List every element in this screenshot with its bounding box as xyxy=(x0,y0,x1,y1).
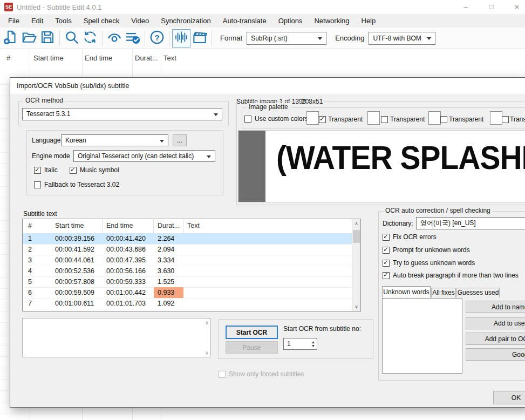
engine-mode-select[interactable]: Original Tesseract only (can detect ital… xyxy=(73,150,215,162)
subtitle-row-1[interactable]: 1 00:00:39.156 00:00:41.420 2.264 xyxy=(23,233,353,245)
main-col-end[interactable]: End time xyxy=(85,54,112,62)
menu-synchronization[interactable]: Synchronization xyxy=(155,14,217,28)
menu-networking[interactable]: Networking xyxy=(308,14,355,28)
palette-color-1-swatch[interactable] xyxy=(306,111,319,125)
close-button[interactable]: × xyxy=(505,0,525,14)
menu-edit[interactable]: Edit xyxy=(25,14,49,28)
fallback-checkbox[interactable] xyxy=(34,181,41,188)
menu-help[interactable]: Help xyxy=(356,14,382,28)
main-col-start[interactable]: Start time xyxy=(33,54,64,62)
help-button[interactable]: ? xyxy=(148,29,166,48)
new-file-icon xyxy=(3,29,19,47)
main-col-text[interactable]: Text xyxy=(163,54,176,62)
subtitle-row-3[interactable]: 3 00:00:44.061 00:00:47.395 3.334 xyxy=(23,255,353,266)
add-user-dictionary-button[interactable]: Add to user dictionary xyxy=(466,317,525,329)
visual-sync-button[interactable] xyxy=(105,29,124,48)
prompt-unknown-checkbox[interactable] xyxy=(383,247,390,254)
browse-language-button[interactable]: ... xyxy=(173,134,187,146)
cell-end: 00:00:56.166 xyxy=(106,267,146,275)
dialog-title: Import/OCR VobSub (sub/idx) subtitle xyxy=(17,82,129,90)
replace-icon xyxy=(82,29,98,47)
tab-unknown-words[interactable]: Unknown words xyxy=(382,286,431,297)
column-separator xyxy=(51,219,51,233)
toolbar-separator xyxy=(145,31,145,46)
current-text-box[interactable]: ∧ ∨ xyxy=(22,318,211,357)
list-scrollbar[interactable]: ∧ ∨ xyxy=(352,219,360,311)
google-it-button[interactable]: Google it xyxy=(466,348,525,361)
spinner-down-icon[interactable]: ▼ xyxy=(311,344,315,348)
transparent-4-checkbox[interactable] xyxy=(502,116,509,123)
language-select[interactable]: Korean xyxy=(61,134,168,146)
transparent-2-checkbox[interactable] xyxy=(381,116,388,123)
italic-checkbox[interactable] xyxy=(34,167,41,174)
scroll-down-icon[interactable]: ∨ xyxy=(205,350,209,356)
open-file-button[interactable] xyxy=(20,29,38,48)
dialog-title-bar[interactable]: Import/OCR VobSub (sub/idx) subtitle xyxy=(10,78,525,94)
col-duration[interactable]: Durat... xyxy=(158,222,180,229)
format-select[interactable]: SubRip (.srt) xyxy=(247,32,326,45)
scroll-up-icon[interactable]: ∧ xyxy=(205,320,209,326)
main-col-duration[interactable]: Durat... xyxy=(135,54,158,62)
cell-start: 00:00:41.592 xyxy=(55,246,94,253)
spell-check-button[interactable] xyxy=(124,29,142,48)
transparent-3-checkbox[interactable] xyxy=(440,116,447,123)
unknown-words-list[interactable] xyxy=(382,298,462,374)
subtitle-row-7[interactable]: 7 00:01:00.611 00:01:01.703 1.092 xyxy=(23,298,353,309)
waveform-toggle-button[interactable] xyxy=(172,29,190,48)
subtitle-row-4[interactable]: 4 00:00:52.536 00:00:56.166 3.630 xyxy=(23,266,353,277)
new-file-button[interactable] xyxy=(2,29,20,48)
replace-button[interactable] xyxy=(81,29,99,48)
dictionary-select[interactable]: 영어(미국) [en_US] xyxy=(416,217,525,229)
transparent-2-label: Transparent xyxy=(390,116,425,123)
auto-break-checkbox[interactable] xyxy=(383,272,390,279)
fix-ocr-errors-checkbox[interactable] xyxy=(383,234,390,241)
tab-all-fixes[interactable]: All fixes xyxy=(431,288,456,297)
menu-options[interactable]: Options xyxy=(272,14,309,28)
menu-video[interactable]: Video xyxy=(125,14,155,28)
ocr-method-select[interactable]: Tesseract 5.3.1 xyxy=(22,108,222,120)
music-symbol-checkbox[interactable] xyxy=(70,167,77,174)
start-from-spinner[interactable]: 1 ▲ ▼ xyxy=(283,338,317,350)
col-end[interactable]: End time xyxy=(106,222,133,229)
menu-file[interactable]: File xyxy=(2,14,25,28)
tab-guesses-used[interactable]: Guesses used xyxy=(456,288,500,297)
palette-color-2-swatch[interactable] xyxy=(367,111,380,125)
use-custom-colors-checkbox[interactable] xyxy=(244,116,251,123)
guess-unknown-checkbox[interactable] xyxy=(383,260,390,267)
scroll-up-icon[interactable]: ∧ xyxy=(352,221,360,226)
import-ocr-vobsub-dialog: Import/OCR VobSub (sub/idx) subtitle OCR… xyxy=(10,77,525,408)
spinner-up-icon[interactable]: ▲ xyxy=(311,340,315,344)
video-toggle-button[interactable] xyxy=(190,29,209,48)
menu-tools[interactable]: Tools xyxy=(49,14,77,28)
main-col-number[interactable]: # xyxy=(6,54,10,62)
col-number[interactable]: # xyxy=(28,222,32,229)
menu-auto-translate[interactable]: Auto-translate xyxy=(217,14,272,28)
transparent-1-checkbox[interactable] xyxy=(319,116,326,123)
col-text[interactable]: Text xyxy=(187,222,200,229)
subtitle-row-5[interactable]: 5 00:00:57.808 00:00:59.333 1.525 xyxy=(23,276,353,288)
encoding-select[interactable]: UTF-8 with BOM xyxy=(369,32,435,45)
find-button[interactable] xyxy=(63,29,81,48)
menu-spell-check[interactable]: Spell check xyxy=(78,14,125,28)
transparent-1-label: Transparent xyxy=(328,116,363,123)
scroll-down-icon[interactable]: ∨ xyxy=(352,304,360,309)
scrollbar-thumb[interactable] xyxy=(353,230,360,243)
cell-duration: 3.630 xyxy=(158,267,174,275)
maximize-button[interactable]: □ xyxy=(480,0,503,14)
subtitle-row-6[interactable]: 6 00:00:59.509 00:01:00.442 0.933 xyxy=(23,287,353,299)
dialog-subtitle-list[interactable]: # Start time End time Durat... Text 1 00… xyxy=(22,219,361,311)
ok-button[interactable]: OK xyxy=(493,391,525,404)
save-button[interactable] xyxy=(38,29,57,48)
ocr-method-value: Tesseract 5.3.1 xyxy=(26,110,70,118)
add-ocr-pair-button[interactable]: Add pair to OCR replace list xyxy=(466,333,525,345)
add-names-noise-button[interactable]: Add to names/noise list xyxy=(466,301,525,313)
start-ocr-button[interactable]: Start OCR xyxy=(226,326,278,339)
minimize-button[interactable]: – xyxy=(454,0,478,14)
cell-duration: 1.525 xyxy=(158,278,174,286)
col-start[interactable]: Start time xyxy=(55,222,84,229)
palette-color-3-swatch[interactable] xyxy=(428,111,441,125)
palette-color-4-swatch[interactable] xyxy=(490,111,502,125)
cell-duration: 1.092 xyxy=(158,300,174,307)
subtitle-row-2[interactable]: 2 00:00:41.592 00:00:43.686 2.094 xyxy=(23,244,353,255)
cell-end: 00:00:43.686 xyxy=(106,246,146,253)
